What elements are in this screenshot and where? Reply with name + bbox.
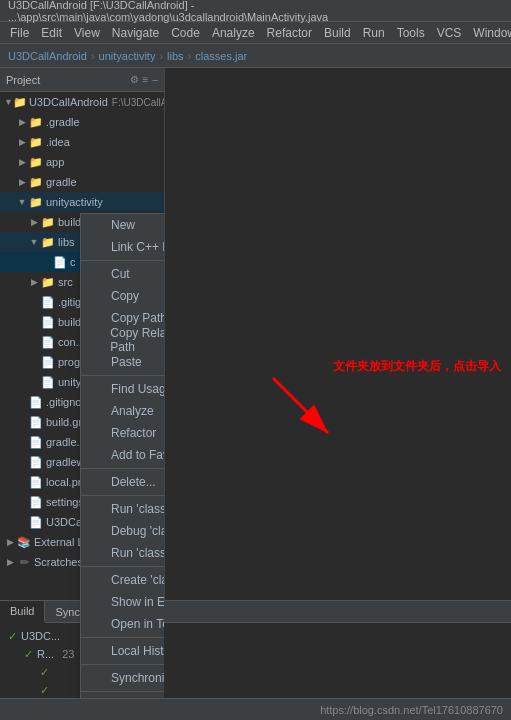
tree-root[interactable]: ▼ 📁 U3DCallAndroid F:\U3DCallAndroid (0, 92, 164, 112)
menu-window[interactable]: Window (467, 26, 511, 40)
cm-analyze[interactable]: Analyze ▶ (81, 400, 165, 422)
build-number: 23 (62, 648, 74, 660)
cm-run-coverage[interactable]: Run 'classes.jar' with Coverage (81, 542, 165, 564)
cm-local-history[interactable]: Local History ▶ (81, 640, 165, 662)
annotation: 文件夹放到文件夹后，点击导入 (333, 358, 501, 375)
svg-line-1 (273, 378, 328, 433)
breadcrumb-module[interactable]: unityactivity (99, 50, 156, 62)
cm-sep2 (81, 375, 165, 376)
build-label-1: U3DC... (21, 630, 60, 642)
root-path: F:\U3DCallAndroid (112, 97, 165, 108)
cm-sep4 (81, 495, 165, 496)
filter-icon[interactable]: ≡ (143, 74, 149, 85)
breadcrumb-bar: U3DCallAndroid › unityactivity › libs › … (0, 44, 511, 68)
menu-bar: File Edit View Navigate Code Analyze Ref… (0, 22, 511, 44)
menu-run[interactable]: Run (357, 26, 391, 40)
menu-code[interactable]: Code (165, 26, 206, 40)
cm-sep6 (81, 637, 165, 638)
cm-paste[interactable]: Paste Ctrl+V (81, 351, 165, 373)
cm-run[interactable]: Run 'classes.jar' Ctrl+Shift+F10 (81, 498, 165, 520)
cm-file-path[interactable]: File Path Ctrl+Alt+F12 (81, 694, 165, 698)
cm-debug[interactable]: Debug 'classes.jar' (81, 520, 165, 542)
menu-analyze[interactable]: Analyze (206, 26, 261, 40)
build-label-2: R... (37, 648, 54, 660)
cm-open-terminal[interactable]: Open in Terminal (81, 613, 165, 635)
title-bar: U3DCallAndroid [F:\U3DCallAndroid] - ...… (0, 0, 511, 22)
panel-header: Project ⚙ ≡ – (0, 68, 164, 92)
cm-cut[interactable]: Cut Ctrl+X (81, 263, 165, 285)
cm-copy-relative-path[interactable]: Copy Relative Path Ctrl+Alt+Shift+C (81, 329, 165, 351)
cm-show-explorer[interactable]: Show in Explorer (81, 591, 165, 613)
tree-arrow: ▼ (4, 97, 13, 107)
success-icon-2: ✓ (24, 648, 33, 661)
success-icon-4: ✓ (40, 684, 49, 697)
tree-gradle[interactable]: ▶ 📁 .gradle (0, 112, 164, 132)
menu-refactor[interactable]: Refactor (261, 26, 318, 40)
folder-icon: 📁 (13, 96, 27, 109)
settings-icon[interactable]: ⚙ (130, 74, 139, 85)
scratches-label: Scratches (34, 556, 83, 568)
cm-add-favorites[interactable]: Add to Favorites ▶ (81, 444, 165, 466)
tree-unityactivity[interactable]: ▼ 📁 unityactivity (0, 192, 164, 212)
bottom-tabs: Build Sync (0, 601, 511, 623)
cm-sep7 (81, 664, 165, 665)
menu-build[interactable]: Build (318, 26, 357, 40)
title-text: U3DCallAndroid [F:\U3DCallAndroid] - ...… (8, 0, 503, 23)
cm-sep5 (81, 566, 165, 567)
cm-sep8 (81, 691, 165, 692)
panel-title: Project (6, 74, 40, 86)
success-icon-1: ✓ (8, 630, 17, 643)
menu-view[interactable]: View (68, 26, 106, 40)
menu-vcs[interactable]: VCS (431, 26, 468, 40)
cm-synchronize[interactable]: Synchronize 'classes.jar' (81, 667, 165, 689)
panel-header-icons: ⚙ ≡ – (130, 74, 158, 85)
tree-gradle2[interactable]: ▶ 📁 gradle (0, 172, 164, 192)
cm-refactor[interactable]: Refactor ▶ (81, 422, 165, 444)
menu-navigate[interactable]: Navigate (106, 26, 165, 40)
cm-delete[interactable]: Delete... Delete (81, 471, 165, 493)
collapse-icon[interactable]: – (152, 74, 158, 85)
breadcrumb-folder[interactable]: libs (167, 50, 184, 62)
breadcrumb-project[interactable]: U3DCallAndroid (8, 50, 87, 62)
menu-edit[interactable]: Edit (35, 26, 68, 40)
cm-link-cpp[interactable]: Link C++ Project with Gradle (81, 236, 165, 258)
menu-tools[interactable]: Tools (391, 26, 431, 40)
build-content: ✓ U3DC... ✓ R... 23 ✓ ✓ (0, 623, 511, 703)
cm-find-usages[interactable]: Find Usages Alt+F7 (81, 378, 165, 400)
context-menu: New ▶ Link C++ Project with Gradle Cut C… (80, 213, 165, 698)
menu-file[interactable]: File (4, 26, 35, 40)
annotation-arrow (263, 368, 343, 448)
tree-idea[interactable]: ▶ 📁 .idea (0, 132, 164, 152)
cm-copy[interactable]: Copy Ctrl+C (81, 285, 165, 307)
status-url: https://blog.csdn.net/Tel17610887670 (320, 704, 503, 716)
tree-root-label: U3DCallAndroid (29, 96, 108, 108)
cm-sep1 (81, 260, 165, 261)
annotation-text: 文件夹放到文件夹后，点击导入 (333, 358, 501, 375)
cm-sep3 (81, 468, 165, 469)
cm-create[interactable]: Create 'classes.jar'... (81, 569, 165, 591)
status-bar: https://blog.csdn.net/Tel17610887670 (0, 698, 511, 720)
cm-new[interactable]: New ▶ (81, 214, 165, 236)
success-icon-3: ✓ (40, 666, 49, 679)
tab-build[interactable]: Build (0, 601, 45, 623)
breadcrumb-file[interactable]: classes.jar (195, 50, 247, 62)
tree-app[interactable]: ▶ 📁 app (0, 152, 164, 172)
